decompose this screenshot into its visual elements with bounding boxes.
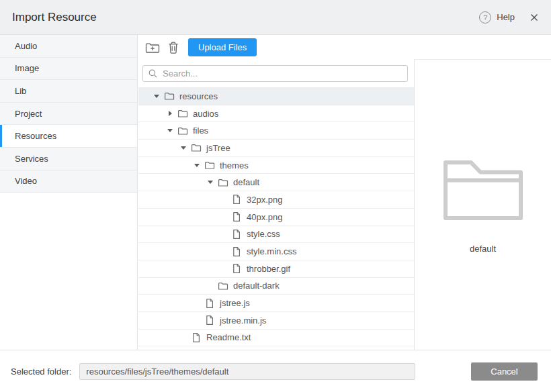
tree-node-audios[interactable]: audios [138,105,414,123]
preview-panel: default [414,59,551,350]
sidebar-item-label: Project [15,109,42,119]
dialog-header: Import Resource ? Help [0,0,551,35]
new-folder-icon[interactable] [144,39,161,56]
help-button[interactable]: ? Help [479,11,515,23]
file-icon [231,246,242,257]
dialog-footer: Selected folder: Cancel [0,350,551,392]
sidebar-item-label: Image [15,63,39,73]
collapse-arrow-icon[interactable] [179,146,188,150]
tree-node-files[interactable]: files [138,122,414,140]
tree-node-jstree.min.js[interactable]: jstree.min.js [138,312,414,330]
sidebar-item-resources[interactable]: Resources [0,125,137,148]
tree-node-label: resources [179,91,218,101]
tree-node-label: files [193,126,208,136]
tree-node-style.min.css[interactable]: style.min.css [138,243,414,260]
folder-icon [204,160,215,170]
upload-files-button[interactable]: Upload Files [188,38,257,56]
sidebar-item-label: Audio [15,41,37,51]
sidebar-item-label: Lib [15,86,26,96]
folder-large-icon [443,158,523,222]
tree-node-default[interactable]: default [138,174,414,191]
folder-icon [164,91,175,101]
search-input[interactable] [161,68,402,79]
collapse-arrow-icon[interactable] [152,95,161,98]
tree-node-40px.png[interactable]: 40px.png [138,209,414,226]
file-icon [231,263,242,274]
import-resource-dialog: Import Resource ? Help AudioImageLibProj… [0,0,551,392]
close-icon[interactable] [529,13,539,22]
sidebar-item-services[interactable]: Services [0,148,137,170]
search-box [142,65,408,82]
tree-node-label: default [233,177,259,187]
file-icon [191,332,202,343]
folder-icon [177,126,188,136]
tree-node-label: audios [193,109,218,119]
tree-node-themes[interactable]: themes [138,157,414,175]
tree-node-label: jsTree [206,143,230,153]
tree-node-32px.png[interactable]: 32px.png [138,191,414,209]
tree-node-label: 32px.png [247,195,283,205]
help-label: Help [497,12,515,22]
file-tree: resourcesaudiosfilesjsTreethemesdefault3… [138,87,414,346]
folder-icon [191,142,202,153]
sidebar-item-image[interactable]: Image [0,58,137,81]
trash-icon[interactable] [165,39,182,56]
file-icon [204,315,215,326]
tree-node-resources[interactable]: resources [138,88,414,105]
sidebar-item-label: Video [15,176,37,186]
tree-node-label: style.min.css [247,246,296,256]
preview-folder-name: default [470,244,496,254]
sidebar-item-project[interactable]: Project [0,103,137,126]
sidebar-item-audio[interactable]: Audio [0,35,137,58]
file-icon [204,298,215,309]
tree-node-label: themes [220,160,249,170]
tree-node-default-dark[interactable]: default-dark [138,278,414,295]
help-icon: ? [479,11,491,23]
file-icon [231,194,242,205]
tree-node-throbber.gif[interactable]: throbber.gif [138,260,414,278]
tree-node-label: Readme.txt [206,332,251,342]
folder-icon [177,108,188,119]
file-icon [231,229,242,240]
folder-icon [218,281,228,291]
selected-folder-path-input[interactable] [79,363,415,380]
tree-node-Readme.txt[interactable]: Readme.txt [138,330,414,346]
expand-arrow-icon[interactable] [165,111,175,116]
tree-node-jstree.js[interactable]: jstree.js [138,295,414,312]
page-title: Import Resource [12,11,97,24]
selected-folder-label: Selected folder: [11,366,71,377]
tree-node-label: default-dark [233,281,280,291]
tree-toolbar: Upload Files [138,35,415,60]
tree-node-label: 40px.png [247,212,283,222]
sidebar-item-label: Resources [15,131,56,141]
sidebar-item-lib[interactable]: Lib [0,80,137,103]
sidebar-item-video[interactable]: Video [0,170,137,193]
tree-node-label: jstree.js [220,298,250,308]
folder-icon [218,177,228,188]
sidebar-item-label: Services [15,154,48,164]
tree-node-label: throbber.gif [247,264,290,274]
collapse-arrow-icon[interactable] [192,164,202,167]
tree-node-jsTree[interactable]: jsTree [138,140,414,157]
cancel-button[interactable]: Cancel [471,362,538,381]
search-icon [149,69,157,78]
tree-node-label: jstree.min.js [220,315,266,326]
file-icon [231,211,242,222]
tree-node-label: style.css [247,229,280,239]
collapse-arrow-icon[interactable] [165,129,175,132]
category-sidebar: AudioImageLibProjectResourcesServicesVid… [0,35,138,350]
collapse-arrow-icon[interactable] [206,181,215,184]
tree-node-style.css[interactable]: style.css [138,226,414,244]
